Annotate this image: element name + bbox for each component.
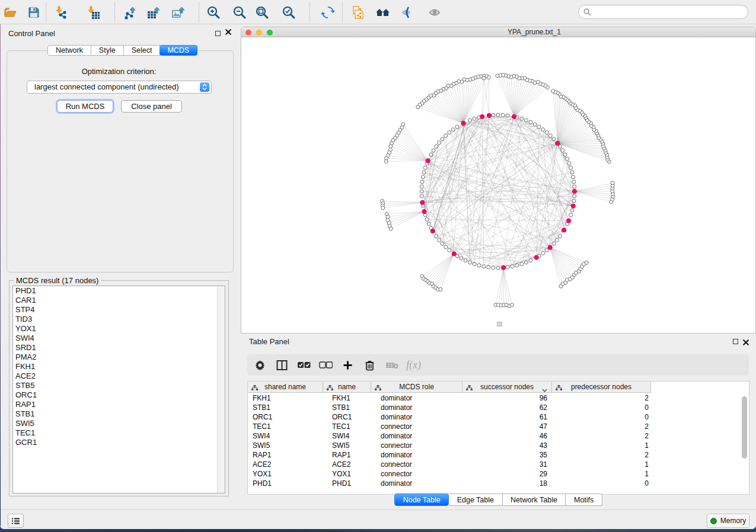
table-toolbar: f(x): [247, 354, 749, 376]
tab-edge-table[interactable]: Edge Table: [449, 493, 502, 506]
mcds-result-item[interactable]: STB1: [13, 409, 225, 419]
network-view-title: YPA_prune.txt_1: [508, 28, 561, 36]
mcds-list-scrollbar[interactable]: [217, 286, 225, 493]
column-header-predecessor-nodes[interactable]: predecessor nodes: [552, 382, 651, 393]
cell-successor-nodes: 35: [462, 450, 547, 460]
mcds-result-item[interactable]: GCR1: [13, 438, 225, 447]
network-view-window: YPA_prune.txt_1: [241, 27, 756, 334]
control-panel-close-icon[interactable]: [225, 28, 231, 37]
table-panel-close-icon[interactable]: [743, 339, 749, 347]
add-column-icon[interactable]: [337, 358, 359, 372]
tab-network-table[interactable]: Network Table: [503, 493, 566, 506]
zoom-selected-icon[interactable]: [281, 5, 296, 20]
table-row[interactable]: SWI5SWI5connector431: [248, 441, 749, 450]
control-panel-float-icon[interactable]: [215, 31, 221, 36]
table-row[interactable]: YOX1YOX1connector291: [248, 469, 749, 479]
table-gear-icon[interactable]: [249, 358, 271, 372]
mcds-result-item[interactable]: FKH1: [13, 362, 225, 371]
cell-name: FKH1: [332, 393, 350, 403]
traffic-light-zoom-icon[interactable]: [267, 30, 273, 36]
column-header-shared-name[interactable]: shared name: [248, 382, 323, 393]
cell-successor-nodes: 29: [462, 469, 547, 479]
column-header-name[interactable]: name: [323, 382, 371, 393]
control-panel: Control Panel NetworkStyleSelectMCDS Opt…: [1, 24, 237, 509]
export-table-icon[interactable]: [146, 5, 161, 20]
memory-button[interactable]: Memory: [707, 514, 749, 528]
table-panel-float-icon[interactable]: [733, 339, 738, 344]
cell-predecessor-nodes: 1: [552, 460, 649, 469]
delete-column-icon[interactable]: [359, 358, 381, 372]
tab-motifs[interactable]: Motifs: [566, 493, 602, 506]
table-row[interactable]: ORC1ORC1dominator610: [248, 412, 749, 422]
deselect-all-columns-icon[interactable]: [315, 358, 337, 372]
zoom-fit-icon[interactable]: [254, 5, 270, 20]
mcds-result-item[interactable]: STB5: [13, 381, 225, 390]
zoom-out-icon[interactable]: [232, 5, 247, 20]
cell-predecessor-nodes: 2: [552, 422, 649, 431]
mcds-result-list[interactable]: PHD1CAR1STP4TID3YOX1SWI4SRD1PMA2FKH1ACE2…: [12, 286, 225, 493]
table-scrollbar-thumb[interactable]: [742, 396, 747, 459]
mcds-result-item[interactable]: SRD1: [13, 343, 225, 352]
network-graph[interactable]: [241, 37, 755, 334]
search-input[interactable]: [578, 5, 748, 19]
tab-network[interactable]: Network: [47, 45, 91, 56]
show-hide-style-icon[interactable]: [401, 5, 416, 20]
cell-shared-name: STB1: [253, 403, 270, 412]
cell-mcds-role: dominator: [381, 393, 412, 403]
table-row[interactable]: STB1STB1dominator620: [248, 403, 749, 412]
cell-predecessor-nodes: 2: [552, 393, 649, 403]
run-mcds-button[interactable]: Run MCDS: [57, 100, 113, 113]
tab-select[interactable]: Select: [124, 45, 161, 56]
cell-shared-name: SWI4: [253, 431, 270, 441]
export-image-icon[interactable]: [171, 5, 186, 20]
cell-predecessor-nodes: 2: [552, 431, 649, 441]
splitter-handle[interactable]: [497, 322, 502, 326]
export-network-icon[interactable]: [123, 5, 138, 20]
mcds-result-item[interactable]: YOX1: [13, 324, 225, 334]
column-header-MCDS-role[interactable]: MCDS role: [371, 382, 462, 393]
table-row[interactable]: RAP1RAP1dominator352: [248, 450, 749, 460]
cell-name: SWI4: [332, 431, 349, 441]
table-row[interactable]: FKH1FKH1dominator962: [248, 393, 749, 403]
mcds-result-item[interactable]: CAR1: [13, 296, 225, 305]
task-history-button[interactable]: [8, 514, 24, 528]
import-network-icon[interactable]: [54, 5, 69, 20]
zoom-in-icon[interactable]: [206, 5, 221, 20]
tab-style[interactable]: Style: [91, 45, 124, 56]
cell-mcds-role: dominator: [381, 450, 412, 460]
traffic-light-minimize-icon[interactable]: [256, 30, 262, 36]
mcds-result-item[interactable]: PMA2: [13, 352, 225, 362]
optimization-criterion-label: Optimization criterion:: [1, 67, 237, 76]
save-session-icon[interactable]: [26, 5, 42, 20]
memory-label: Memory: [720, 517, 746, 525]
import-table-icon[interactable]: [86, 5, 101, 20]
mcds-result-item[interactable]: SWI4: [13, 334, 225, 343]
mcds-result-item[interactable]: ORC1: [13, 390, 225, 400]
clone-network-icon[interactable]: [350, 5, 366, 20]
select-all-columns-icon[interactable]: [293, 358, 315, 372]
mcds-result-item[interactable]: SWI5: [13, 419, 225, 428]
mcds-result-item[interactable]: TEC1: [13, 428, 225, 438]
mcds-result-item[interactable]: TID3: [13, 315, 225, 324]
tab-mcds[interactable]: MCDS: [160, 45, 197, 56]
search-sites-icon[interactable]: [375, 5, 391, 20]
node-table[interactable]: shared namenameMCDS rolesuccessor nodesp…: [247, 381, 749, 495]
cell-mcds-role: dominator: [381, 431, 412, 441]
open-file-icon[interactable]: [2, 5, 18, 20]
table-row[interactable]: SWI4SWI4dominator462: [248, 431, 749, 441]
mcds-result-item[interactable]: STP4: [13, 305, 225, 315]
mcds-result-item[interactable]: PHD1: [13, 286, 225, 296]
table-row[interactable]: ACE2ACE2connector311: [248, 460, 749, 469]
table-row[interactable]: TEC1TEC1connector472: [248, 422, 749, 431]
refresh-icon[interactable]: [320, 5, 336, 20]
column-header-successor-nodes[interactable]: successor nodes: [462, 382, 552, 393]
criterion-dropdown[interactable]: largest connected component (undirected): [27, 81, 212, 94]
main-toolbar: [0, 0, 756, 24]
tab-node-table[interactable]: Node Table: [394, 493, 449, 506]
mcds-result-item[interactable]: ACE2: [13, 371, 225, 381]
table-columns-icon[interactable]: [271, 358, 293, 372]
close-panel-button[interactable]: Close panel: [121, 100, 182, 113]
table-row[interactable]: PHD1PHD1dominator180: [248, 479, 749, 488]
mcds-result-item[interactable]: RAP1: [13, 400, 225, 409]
traffic-light-close-icon[interactable]: [245, 30, 251, 36]
